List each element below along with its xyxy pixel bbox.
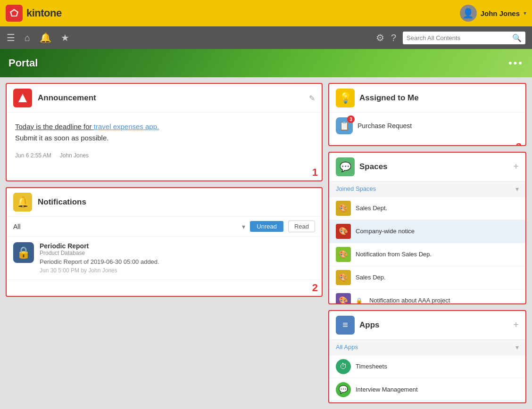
- space-name-sales-dept: Sales Dept.: [356, 204, 519, 212]
- filter-all-label: All: [13, 223, 237, 230]
- announcement-date: Jun 6 2:55 AM: [15, 152, 51, 159]
- star-icon[interactable]: ★: [61, 32, 69, 43]
- notif-body: Periodic Report of 2019-06-30 05:00 adde…: [40, 258, 315, 265]
- svg-marker-2: [18, 94, 27, 102]
- user-dropdown-arrow[interactable]: ▾: [524, 10, 526, 16]
- interview-icon: 💬: [336, 382, 351, 397]
- bulb-icon: 💡: [339, 92, 352, 104]
- apps-icon-glyph: ≡: [342, 319, 348, 330]
- notification-item[interactable]: 🔒 Periodic Report Product Database Perio…: [7, 237, 322, 280]
- announcement-link[interactable]: travel expenses app.: [94, 123, 159, 131]
- announcement-edit-icon[interactable]: ✎: [309, 94, 315, 103]
- purchase-badge: 3: [347, 115, 355, 123]
- announcement-widget: Announcement ✎ Today is the deadline for…: [6, 83, 323, 181]
- purchase-request-icon: 📋 3: [336, 117, 353, 134]
- user-name: John Jones: [481, 9, 520, 17]
- portal-more-button[interactable]: •••: [508, 57, 524, 69]
- announcement-number: 1: [7, 164, 322, 180]
- apps-title: Apps: [359, 320, 508, 330]
- spaces-icon-box: 💬: [336, 157, 355, 176]
- announcement-body: Today is the deadline for travel expense…: [7, 113, 322, 164]
- filter-dropdown-icon[interactable]: ▾: [242, 223, 245, 230]
- announcement-icon: [17, 93, 28, 103]
- btn-unread[interactable]: Unread: [250, 221, 283, 232]
- nav-bar: ☰ ⌂ 🔔 ★ ⚙ ? 🔍: [0, 26, 532, 49]
- space-item-company-notice[interactable]: 🎨 Company-wide notice: [329, 220, 525, 243]
- app-item-timesheets[interactable]: ⏱ Timesheets: [329, 355, 525, 378]
- space-item-aaa[interactable]: 🎨 🔒 Notification about AAA project: [329, 289, 525, 304]
- spaces-widget: 💬 Spaces + Joined Spaces ▾ 🎨 Sales Dept.…: [328, 152, 526, 304]
- nav-left: ☰ ⌂ 🔔 ★: [7, 32, 69, 43]
- notifications-header: 🔔 Notifications: [7, 188, 322, 217]
- apps-header: ≡ Apps +: [329, 311, 525, 340]
- spaces-header: 💬 Spaces +: [329, 153, 525, 181]
- purchase-request-label: Purchase Request: [357, 122, 519, 130]
- timesheets-icon: ⏱: [336, 359, 351, 374]
- announcement-line2: Submit it as soon as possible.: [15, 134, 108, 142]
- notifications-icon-box: 🔔: [13, 193, 32, 212]
- announcement-text: Today is the deadline for travel expense…: [15, 121, 313, 144]
- space-item-notif-sales[interactable]: 🎨 Notification from Sales Dep.: [329, 243, 525, 266]
- spaces-icon-glyph: 💬: [340, 161, 351, 172]
- bell-icon[interactable]: 🔔: [40, 32, 51, 43]
- space-name-sales-dep: Sales Dep.: [356, 274, 519, 281]
- portal-header: Portal •••: [0, 49, 532, 77]
- btn-read[interactable]: Read: [288, 221, 315, 232]
- top-bar: kintone 👤 John Jones ▾: [0, 0, 532, 26]
- home-icon[interactable]: ⌂: [25, 33, 30, 43]
- user-area[interactable]: 👤 John Jones ▾: [460, 5, 526, 22]
- assigned-to-me-header: 💡 Assigned to Me: [329, 84, 525, 113]
- right-column: 💡 Assigned to Me 📋 3 Purchase Request 3 …: [328, 83, 526, 403]
- purchase-icon-glyph: 📋: [339, 121, 349, 131]
- main-content: Announcement ✎ Today is the deadline for…: [0, 77, 532, 409]
- search-icon[interactable]: 🔍: [512, 33, 522, 42]
- space-name-aaa: Notification about AAA project: [369, 297, 519, 304]
- timesheets-label: Timesheets: [356, 363, 387, 370]
- announcement-author: John Jones: [60, 152, 89, 159]
- all-apps-label: All Apps: [336, 344, 515, 351]
- announcement-icon-box: [13, 89, 32, 107]
- space-thumb-sales: 🎨: [336, 201, 351, 216]
- space-thumb-sales-dep: 🎨: [336, 270, 351, 285]
- bell-widget-icon: 🔔: [17, 196, 29, 208]
- space-thumb-company: 🎨: [336, 224, 351, 239]
- notifications-title: Notifications: [38, 197, 315, 207]
- spaces-add-icon[interactable]: +: [513, 161, 519, 172]
- assigned-to-me-widget: 💡 Assigned to Me 📋 3 Purchase Request 3: [328, 83, 526, 146]
- announcement-title: Announcement: [38, 93, 303, 103]
- space-thumb-notif-sales: 🎨: [336, 247, 351, 262]
- notif-meta: Jun 30 5:00 PM by John Jones: [40, 267, 315, 274]
- kintone-logo-icon: [6, 5, 23, 22]
- logo-area: kintone: [6, 5, 62, 22]
- apps-widget: ≡ Apps + All Apps ▾ ⏱ Timesheets 💬 Inter…: [328, 310, 526, 403]
- space-name-notif-sales: Notification from Sales Dep.: [356, 251, 519, 258]
- spaces-title: Spaces: [359, 162, 508, 172]
- apps-number: 5: [329, 401, 525, 403]
- menu-icon[interactable]: ☰: [7, 32, 15, 43]
- search-box: 🔍: [403, 32, 525, 44]
- space-lock-icon: 🔒: [356, 297, 363, 304]
- left-column: Announcement ✎ Today is the deadline for…: [6, 83, 323, 403]
- notifications-widget: 🔔 Notifications All ▾ Unread Read 🔒 Peri…: [6, 187, 323, 297]
- notifications-filter-bar: All ▾ Unread Read: [7, 217, 322, 237]
- apps-section-label[interactable]: All Apps ▾: [329, 340, 525, 355]
- apps-add-icon[interactable]: +: [513, 319, 519, 330]
- nav-right: ⚙ ? 🔍: [376, 32, 525, 44]
- search-input[interactable]: [407, 34, 509, 41]
- help-icon[interactable]: ?: [391, 33, 396, 43]
- space-item-sales-dept[interactable]: 🎨 Sales Dept.: [329, 197, 525, 220]
- spaces-section-label[interactable]: Joined Spaces ▾: [329, 181, 525, 197]
- gear-icon[interactable]: ⚙: [376, 32, 384, 43]
- notif-content: Periodic Report Product Database Periodi…: [40, 242, 315, 274]
- spaces-chevron-icon: ▾: [515, 185, 519, 193]
- logo-text: kintone: [26, 7, 62, 19]
- assigned-icon-box: 💡: [336, 89, 355, 107]
- assigned-to-me-title: Assigned to Me: [359, 93, 519, 103]
- assigned-number: 3: [329, 139, 525, 146]
- space-item-sales-dep[interactable]: 🎨 Sales Dep.: [329, 266, 525, 289]
- space-name-company-notice: Company-wide notice: [356, 228, 519, 235]
- purchase-request-item[interactable]: 📋 3 Purchase Request: [329, 113, 525, 139]
- notif-title: Periodic Report: [40, 242, 315, 250]
- app-item-interview[interactable]: 💬 Interview Management: [329, 378, 525, 401]
- apps-icon-box: ≡: [336, 316, 355, 335]
